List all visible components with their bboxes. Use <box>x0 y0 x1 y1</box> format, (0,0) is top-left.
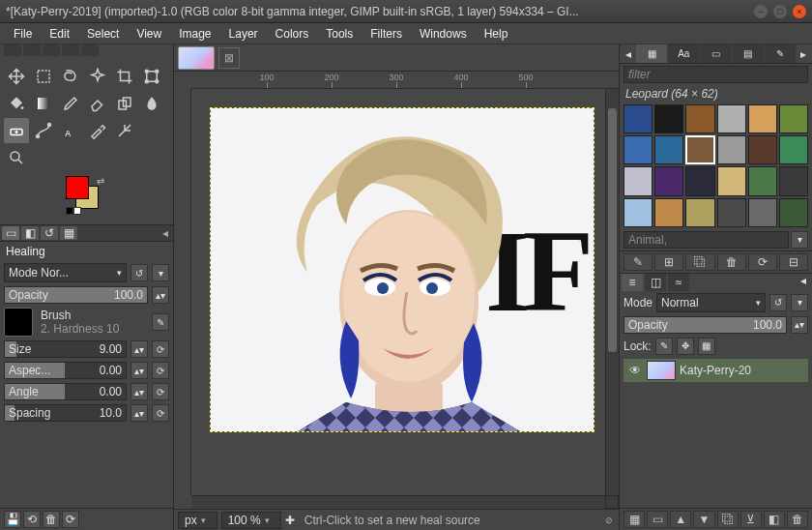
pattern-new-button[interactable]: ⊞ <box>654 253 683 271</box>
canvas[interactable]: IF <box>191 89 605 495</box>
menu-help[interactable]: Help <box>477 25 516 43</box>
free-select-tool[interactable] <box>58 64 83 89</box>
foreground-color[interactable] <box>66 176 89 199</box>
tab-patterns[interactable]: ▦ <box>636 44 667 63</box>
pattern-swatch[interactable] <box>779 104 808 133</box>
zoom-tool[interactable] <box>4 145 29 170</box>
tool-preset-save[interactable]: 💾 <box>4 511 21 528</box>
gradient-tool[interactable] <box>31 91 56 116</box>
tool-preset-restore[interactable]: ⟲ <box>23 511 41 528</box>
minimize-button[interactable]: – <box>754 5 768 18</box>
pattern-del-button[interactable]: 🗑 <box>717 253 746 271</box>
pattern-swatch[interactable] <box>685 135 714 164</box>
menu-filters[interactable]: Filters <box>362 25 410 43</box>
pattern-swatch[interactable] <box>779 198 808 227</box>
layer-dup[interactable]: ⿻ <box>717 511 739 528</box>
maximize-button[interactable]: □ <box>773 5 787 18</box>
lock-alpha[interactable]: ▦ <box>698 338 715 355</box>
tab-document[interactable]: ▤ <box>733 44 764 63</box>
pattern-swatch[interactable] <box>717 166 746 195</box>
tab-images[interactable]: ▦ <box>60 226 77 240</box>
menu-file[interactable]: File <box>6 25 40 43</box>
pattern-filter-input[interactable]: filter <box>624 66 808 83</box>
pattern-swatch[interactable] <box>717 198 746 227</box>
tab-channels[interactable]: ◫ <box>645 274 666 291</box>
menu-view[interactable]: View <box>129 25 169 43</box>
pattern-swatch[interactable] <box>685 166 714 195</box>
menu-edit[interactable]: Edit <box>42 25 77 43</box>
opacity-spinner[interactable]: ▴▾ <box>152 286 169 304</box>
layer-name[interactable]: Katy-Perry-20 <box>680 364 751 377</box>
pattern-edit-button[interactable]: ✎ <box>624 253 652 271</box>
unified-transform-tool[interactable] <box>139 64 164 89</box>
image-tab-close[interactable]: ⊠ <box>218 47 240 69</box>
spacing-reset[interactable]: ⟳ <box>152 404 169 422</box>
eraser-tool[interactable] <box>85 91 110 116</box>
menu-colors[interactable]: Colors <box>268 25 317 43</box>
layer-visibility-icon[interactable]: 👁 <box>627 364 643 377</box>
tool-preset-delete[interactable]: 🗑 <box>43 511 60 528</box>
pattern-swatch[interactable] <box>748 104 777 133</box>
pattern-tags-menu[interactable]: ▾ <box>791 231 808 249</box>
brush-preview[interactable] <box>4 308 33 337</box>
pattern-swatch[interactable] <box>779 135 808 164</box>
image-tab-thumbnail[interactable] <box>178 46 215 70</box>
ruler-horizontal[interactable]: 100 200 300 400 500 <box>191 72 619 89</box>
clone-tool[interactable] <box>112 91 137 116</box>
aspect-reset[interactable]: ⟳ <box>152 362 169 379</box>
unit-dropdown[interactable]: px▾ <box>178 512 218 529</box>
pattern-swatch[interactable] <box>717 135 746 164</box>
crop-tool[interactable] <box>112 64 137 89</box>
lock-pixels[interactable]: ✎ <box>655 338 673 355</box>
tab-history[interactable]: ▭ <box>700 44 731 63</box>
pencil-tool[interactable] <box>58 91 83 116</box>
ruler-vertical[interactable] <box>174 89 191 495</box>
layer-merge[interactable]: ⊻ <box>740 511 762 528</box>
tab-brushes[interactable]: ✎ <box>765 44 796 63</box>
pattern-swatch[interactable] <box>654 104 683 133</box>
layer-up[interactable]: ▲ <box>670 511 691 528</box>
paint-mode-dropdown[interactable]: Mode Nor...▾ <box>4 263 127 282</box>
pattern-swatch[interactable] <box>685 104 714 133</box>
tab-tool-options[interactable]: ▭ <box>2 226 19 240</box>
pattern-swatch[interactable] <box>624 135 652 164</box>
lock-position[interactable]: ✥ <box>677 338 694 355</box>
layer-mode-dropdown[interactable]: Normal▾ <box>656 293 766 312</box>
angle-spinner[interactable]: ▴▾ <box>130 383 148 400</box>
tab-paths[interactable]: ≈ <box>668 274 689 291</box>
menu-tools[interactable]: Tools <box>318 25 361 43</box>
move-tool[interactable] <box>4 64 29 89</box>
pattern-tags-input[interactable]: Animal, <box>624 231 789 249</box>
pattern-swatch[interactable] <box>748 198 777 227</box>
tab-layers[interactable]: ≡ <box>622 274 643 291</box>
scrollbar-horizontal[interactable] <box>191 495 605 509</box>
tab-scroll-left[interactable]: ◂ <box>622 44 635 63</box>
text-tool[interactable]: A <box>58 118 83 143</box>
zoom-dropdown[interactable]: 100 %▾ <box>221 512 281 529</box>
layer-item[interactable]: 👁 Katy-Perry-20 <box>624 359 808 382</box>
brush-aspect-slider[interactable]: Aspec...0.00 <box>4 362 127 379</box>
pattern-refresh-button[interactable]: ⟳ <box>748 253 777 271</box>
measure-tool[interactable] <box>112 118 137 143</box>
pattern-swatch[interactable] <box>685 198 714 227</box>
bucket-fill-tool[interactable] <box>4 91 29 116</box>
menu-image[interactable]: Image <box>171 25 218 43</box>
size-reset[interactable]: ⟳ <box>152 340 169 358</box>
layers-tab-menu[interactable]: ◂ <box>797 274 810 291</box>
layer-new[interactable]: ▦ <box>624 511 645 528</box>
aspect-spinner[interactable]: ▴▾ <box>130 362 148 379</box>
layer-opacity-spinner[interactable]: ▴▾ <box>791 316 808 334</box>
pattern-swatch[interactable] <box>624 166 652 195</box>
canvas-navigate-button[interactable] <box>605 495 619 509</box>
layer-group[interactable]: ▭ <box>647 511 668 528</box>
rect-select-tool[interactable] <box>31 64 56 89</box>
brush-angle-slider[interactable]: Angle0.00 <box>4 383 127 400</box>
pattern-swatch[interactable] <box>624 104 652 133</box>
pattern-swatch[interactable] <box>748 166 777 195</box>
pattern-swatch[interactable] <box>624 198 652 227</box>
cancel-icon[interactable]: ⊘ <box>605 515 615 525</box>
pattern-swatch[interactable] <box>717 104 746 133</box>
tab-scroll-right[interactable]: ▸ <box>797 44 810 63</box>
layer-mode-menu[interactable]: ▾ <box>791 294 808 311</box>
pattern-swatch[interactable] <box>654 166 683 195</box>
